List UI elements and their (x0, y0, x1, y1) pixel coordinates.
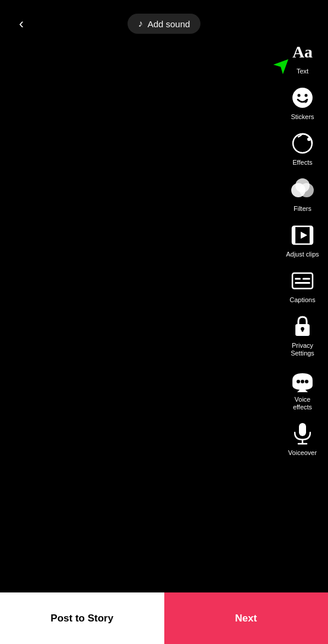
text-label: Text (297, 68, 308, 75)
svg-point-20 (301, 380, 304, 383)
adjust-clips-label: Adjust clips (286, 251, 319, 258)
svg-point-21 (305, 380, 308, 383)
next-button[interactable]: Next (164, 592, 329, 644)
svg-point-1 (298, 94, 301, 97)
svg-marker-11 (301, 232, 307, 239)
svg-rect-12 (292, 273, 313, 289)
svg-rect-22 (299, 423, 306, 436)
svg-point-7 (295, 178, 310, 193)
next-label: Next (235, 613, 257, 624)
svg-rect-18 (302, 329, 304, 332)
tool-stickers[interactable]: Stickers (282, 81, 323, 124)
svg-rect-9 (292, 226, 295, 244)
tool-filters[interactable]: Filters (282, 173, 323, 216)
tool-privacy-settings[interactable]: Privacy Settings (282, 310, 323, 361)
filters-label: Filters (294, 205, 311, 213)
voice-effects-icon (289, 367, 316, 393)
effects-label: Effects (292, 159, 312, 166)
text-icon: Aa (289, 39, 316, 65)
svg-rect-15 (295, 282, 310, 284)
stickers-icon (289, 85, 316, 111)
music-icon: ♪ (138, 18, 143, 29)
svg-point-0 (292, 88, 313, 108)
svg-point-2 (305, 94, 308, 97)
filters-icon (289, 177, 316, 203)
tool-adjust-clips[interactable]: Adjust clips (282, 219, 323, 262)
captions-icon (289, 268, 316, 294)
adjust-clips-icon (289, 222, 316, 248)
svg-rect-13 (295, 278, 301, 280)
tool-captions[interactable]: Captions (282, 264, 323, 307)
voiceover-icon (289, 421, 316, 447)
captions-label: Captions (289, 296, 315, 304)
svg-rect-14 (302, 278, 310, 280)
svg-point-19 (297, 380, 300, 383)
right-toolbar: Aa Text Stickers (282, 36, 323, 460)
privacy-settings-label: Privacy Settings (284, 342, 321, 357)
svg-point-4 (307, 137, 311, 141)
voiceover-label: Voiceover (288, 449, 317, 457)
post-to-story-button[interactable]: Post to Story (0, 592, 164, 644)
privacy-settings-icon (289, 313, 316, 339)
bottom-bar: Post to Story Next (0, 592, 328, 644)
effects-icon (289, 130, 316, 156)
stickers-label: Stickers (291, 113, 314, 121)
tool-voice-effects[interactable]: Voice effects (282, 364, 323, 415)
header: ‹ ♪ Add sound (0, 0, 328, 47)
svg-rect-10 (310, 226, 313, 244)
back-button[interactable]: ‹ (9, 12, 33, 36)
add-sound-button[interactable]: ♪ Add sound (128, 14, 201, 34)
voice-effects-label: Voice effects (284, 396, 321, 411)
tool-effects[interactable]: Effects (282, 127, 323, 170)
add-sound-label: Add sound (148, 19, 190, 29)
back-icon: ‹ (19, 15, 24, 32)
post-to-story-label: Post to Story (50, 613, 113, 624)
tool-voiceover[interactable]: Voiceover (282, 417, 323, 460)
